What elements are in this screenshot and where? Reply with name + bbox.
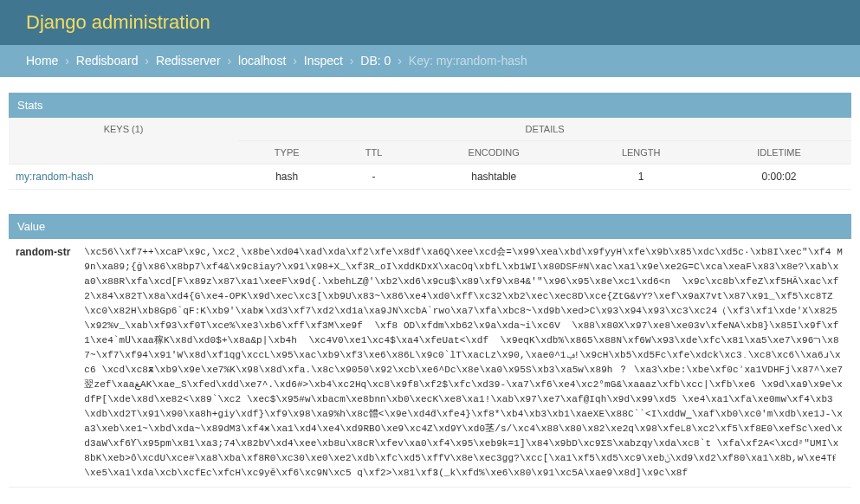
cell-encoding: hashtable	[412, 165, 575, 190]
cell-idletime: 0:00:02	[707, 165, 851, 190]
breadcrumb-redisserver[interactable]: Redisserver	[156, 54, 221, 68]
stats-section: Stats KEYS (1) DETAILS TYPE TTL ENCODING…	[9, 93, 851, 190]
col-details: DETAILS	[238, 118, 851, 141]
value-table: random-str \xc56\\xf7++\xcaP\x9c,\xc2˛\x…	[9, 239, 851, 488]
site-title: Django administration	[26, 11, 834, 34]
value-content: \xc56\\xf7++\xcaP\x9c,\xc2˛\x8be\xd04\xa…	[77, 239, 851, 488]
stats-table: KEYS (1) DETAILS TYPE TTL ENCODING LENGT…	[9, 118, 851, 190]
col-length: LENGTH	[575, 141, 707, 165]
table-row: random-str \xc56\\xf7++\xcaP\x9c,\xc2˛\x…	[9, 239, 851, 488]
col-keys: KEYS (1)	[9, 118, 238, 165]
breadcrumb-db[interactable]: DB: 0	[360, 54, 391, 68]
breadcrumb-redisboard[interactable]: Redisboard	[76, 54, 139, 68]
cell-ttl: -	[335, 165, 412, 190]
cell-type: hash	[238, 165, 335, 190]
col-ttl: TTL	[335, 141, 412, 165]
breadcrumb: Home › Redisboard › Redisserver › localh…	[0, 45, 860, 77]
breadcrumb-sep: ›	[145, 54, 149, 68]
breadcrumb-inspect[interactable]: Inspect	[304, 54, 343, 68]
cell-length: 1	[575, 165, 707, 190]
breadcrumb-current: Key: my:random-hash	[409, 54, 527, 68]
value-heading: Value	[9, 214, 851, 239]
stats-heading: Stats	[9, 93, 851, 118]
key-link[interactable]: my:random-hash	[16, 171, 94, 183]
col-encoding: ENCODING	[412, 141, 575, 165]
breadcrumb-sep: ›	[227, 54, 231, 68]
value-field-name: random-str	[9, 239, 77, 488]
breadcrumb-sep: ›	[293, 54, 297, 68]
col-type: TYPE	[238, 141, 335, 165]
breadcrumb-sep: ›	[398, 54, 402, 68]
table-row: my:random-hash hash - hashtable 1 0:00:0…	[9, 165, 851, 190]
breadcrumb-home[interactable]: Home	[26, 54, 58, 68]
breadcrumb-sep: ›	[350, 54, 354, 68]
value-section: Value random-str \xc56\\xf7++\xcaP\x9c,\…	[9, 214, 851, 488]
breadcrumb-sep: ›	[65, 54, 69, 68]
col-idletime: IDLETIME	[707, 141, 851, 165]
breadcrumb-localhost[interactable]: localhost	[238, 54, 286, 68]
